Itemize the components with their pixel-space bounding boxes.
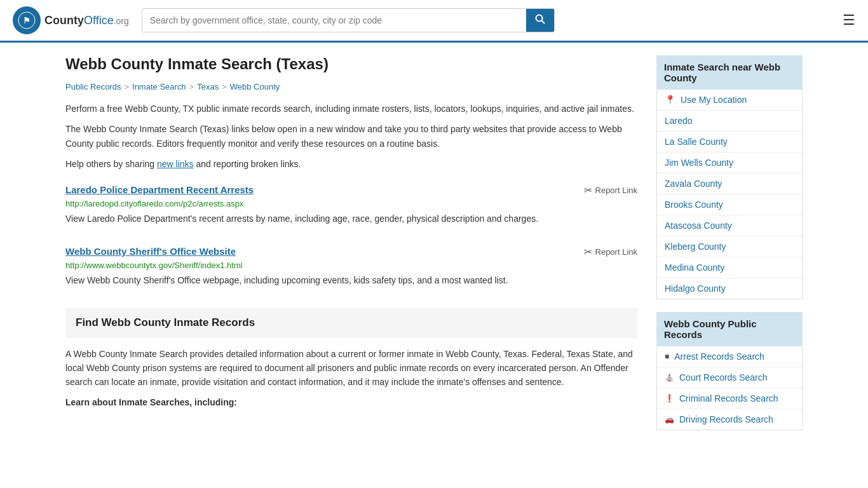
page-title: Webb County Inmate Search (Texas) [65, 55, 637, 73]
resource-desc-2: View Webb County Sheriff's Office webpag… [65, 274, 637, 287]
report-icon-1: ✂ [584, 184, 592, 196]
hamburger-menu-button[interactable]: ☰ [843, 12, 855, 29]
report-icon-2: ✂ [584, 246, 592, 258]
breadcrumb-texas[interactable]: Texas [197, 82, 219, 92]
sidebar-inmate-section: Inmate Search near Webb County 📍 Use My … [656, 55, 803, 299]
brooks-label: Brooks County [665, 200, 723, 210]
find-section: Find Webb County Inmate Records [65, 308, 637, 338]
logo-text: CountyOffice.org [44, 14, 129, 27]
report-link-button-2[interactable]: ✂ Report Link [584, 246, 637, 258]
new-links-link[interactable]: new links [157, 159, 194, 169]
sidebar-item-hidalgo[interactable]: Hidalgo County [657, 278, 802, 299]
sidebar-inmate-header: Inmate Search near Webb County [656, 55, 803, 90]
use-my-location-link[interactable]: 📍 Use My Location [657, 90, 802, 110]
breadcrumb-sep-2: > [189, 82, 194, 92]
resource-title-1[interactable]: Laredo Police Department Recent Arrests [65, 184, 254, 195]
report-link-label-2: Report Link [595, 247, 637, 257]
zavala-link[interactable]: Zavala County [657, 173, 802, 194]
la-salle-link[interactable]: La Salle County [657, 132, 802, 152]
find-desc: A Webb County Inmate Search provides det… [65, 347, 637, 390]
kleberg-link[interactable]: Kleberg County [657, 236, 802, 257]
resource-title-2[interactable]: Webb County Sheriff's Office Website [65, 246, 236, 257]
arrest-icon: ■ [665, 352, 669, 361]
jim-wells-link[interactable]: Jim Wells County [657, 152, 802, 173]
learn-title: Learn about Inmate Searches, including: [65, 397, 637, 407]
laredo-link[interactable]: Laredo [657, 111, 802, 131]
resource-url-2: http://www.webbcountytx.gov/Sheriff/inde… [65, 261, 637, 270]
main-container: Webb County Inmate Search (Texas) Public… [53, 43, 815, 456]
sidebar-item-kleberg[interactable]: Kleberg County [657, 236, 802, 257]
logo[interactable]: ⚑ CountyOffice.org [13, 6, 129, 34]
intro-text-1: Perform a free Webb County, TX public in… [65, 102, 637, 116]
sidebar-item-use-location[interactable]: 📍 Use My Location [657, 90, 802, 111]
breadcrumb-sep-1: > [124, 82, 129, 92]
medina-label: Medina County [665, 262, 724, 273]
criminal-records-link[interactable]: Criminal Records Search [679, 393, 778, 403]
sidebar-item-court-records[interactable]: ⛪ Court Records Search [657, 367, 802, 388]
breadcrumb-inmate-search[interactable]: Inmate Search [132, 82, 186, 92]
sidebar-item-la-salle[interactable]: La Salle County [657, 132, 802, 152]
sidebar-item-laredo[interactable]: Laredo [657, 111, 802, 132]
search-input[interactable] [142, 9, 526, 32]
zavala-label: Zavala County [665, 179, 722, 189]
search-button[interactable] [526, 9, 554, 32]
find-section-title: Find Webb County Inmate Records [76, 316, 627, 329]
la-salle-label: La Salle County [665, 137, 728, 147]
sharing-note-text: Help others by sharing [65, 159, 154, 169]
breadcrumb-public-records[interactable]: Public Records [65, 82, 121, 92]
report-link-button-1[interactable]: ✂ Report Link [584, 184, 637, 196]
criminal-icon: ❗ [665, 394, 674, 403]
intro-text-2: The Webb County Inmate Search (Texas) li… [65, 122, 637, 151]
svg-line-3 [541, 21, 545, 24]
sidebar-public-list: ■ Arrest Records Search ⛪ Court Records … [656, 346, 803, 430]
driving-records-link[interactable]: Driving Records Search [679, 414, 773, 424]
use-my-location-label: Use My Location [681, 95, 747, 105]
search-bar [142, 8, 555, 32]
sidebar-inmate-list: 📍 Use My Location Laredo La Salle County [656, 90, 803, 299]
sharing-note: Help others by sharing new links and rep… [65, 157, 637, 171]
atascosa-label: Atascosa County [665, 220, 732, 231]
hidalgo-label: Hidalgo County [665, 283, 726, 294]
atascosa-link[interactable]: Atascosa County [657, 215, 802, 236]
breadcrumb: Public Records > Inmate Search > Texas >… [65, 82, 637, 92]
resource-desc-1: View Laredo Police Department's recent a… [65, 212, 637, 226]
sidebar-public-section: Webb County Public Records ■ Arrest Reco… [656, 312, 803, 430]
sharing-note-end: and reporting broken links. [196, 159, 301, 169]
arrest-records-link[interactable]: Arrest Records Search [674, 351, 764, 362]
content-area: Webb County Inmate Search (Texas) Public… [65, 55, 637, 443]
court-icon: ⛪ [665, 373, 674, 382]
site-header: ⚑ CountyOffice.org ☰ [0, 0, 868, 43]
sidebar-item-jim-wells[interactable]: Jim Wells County [657, 152, 802, 173]
kleberg-label: Kleberg County [665, 241, 726, 252]
sidebar-item-zavala[interactable]: Zavala County [657, 173, 802, 194]
laredo-label: Laredo [665, 116, 693, 126]
sidebar-public-header: Webb County Public Records [656, 312, 803, 346]
jim-wells-label: Jim Wells County [665, 158, 733, 168]
resource-url-1: http://laredopd.cityoflaredo.com/p2c/arr… [65, 199, 637, 208]
medina-link[interactable]: Medina County [657, 257, 802, 278]
sidebar-item-arrest-records[interactable]: ■ Arrest Records Search [657, 346, 802, 367]
sidebar-item-medina[interactable]: Medina County [657, 257, 802, 278]
sidebar: Inmate Search near Webb County 📍 Use My … [656, 55, 803, 443]
court-records-link[interactable]: Court Records Search [679, 372, 768, 383]
resource-header-2: Webb County Sheriff's Office Website ✂ R… [65, 246, 637, 258]
breadcrumb-webb-county[interactable]: Webb County [230, 82, 280, 92]
resource-entry-2: Webb County Sheriff's Office Website ✂ R… [65, 246, 637, 292]
sidebar-item-brooks[interactable]: Brooks County [657, 194, 802, 215]
sidebar-item-criminal-records[interactable]: ❗ Criminal Records Search [657, 388, 802, 409]
logo-icon: ⚑ [13, 6, 41, 34]
report-link-label-1: Report Link [595, 186, 637, 195]
breadcrumb-sep-3: > [222, 82, 227, 92]
brooks-link[interactable]: Brooks County [657, 194, 802, 215]
sidebar-item-atascosa[interactable]: Atascosa County [657, 215, 802, 236]
location-pin-icon: 📍 [665, 95, 675, 105]
sidebar-item-driving-records[interactable]: 🚗 Driving Records Search [657, 409, 802, 430]
resource-header-1: Laredo Police Department Recent Arrests … [65, 184, 637, 196]
driving-icon: 🚗 [665, 415, 674, 424]
svg-point-2 [536, 15, 542, 22]
resource-entry-1: Laredo Police Department Recent Arrests … [65, 184, 637, 231]
svg-text:⚑: ⚑ [23, 16, 31, 25]
hidalgo-link[interactable]: Hidalgo County [657, 278, 802, 299]
